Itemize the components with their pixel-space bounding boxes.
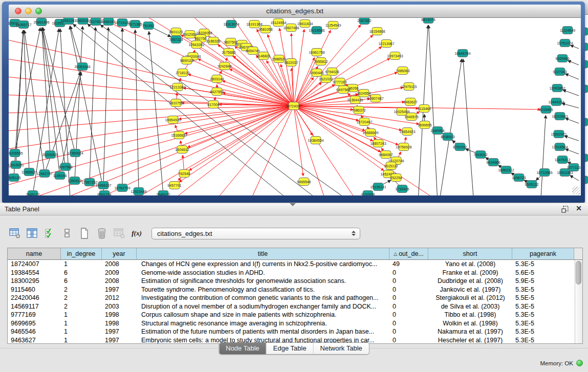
table-cell[interactable]: 5.3E-5	[512, 302, 574, 311]
table-cell[interactable]: Investigating the contribution of common…	[137, 294, 389, 302]
table-cell[interactable]: 0	[389, 302, 428, 311]
network-window-titlebar[interactable]: citations_edges.txt	[9, 5, 581, 18]
table-cell[interactable]: 0	[389, 319, 428, 328]
table-cell[interactable]: 18300295	[8, 277, 61, 286]
tab-node-table[interactable]: Node Table	[219, 343, 267, 354]
table-cell[interactable]: 1	[61, 311, 102, 319]
table-cell[interactable]: 2003	[102, 302, 137, 311]
table-cell[interactable]: 1	[61, 327, 102, 336]
table-cell[interactable]: 2012	[102, 294, 137, 302]
table-cell[interactable]: 9465546	[8, 327, 61, 336]
table-cell[interactable]: 14569117	[8, 302, 61, 311]
delete-columns-button[interactable]	[95, 226, 108, 240]
close-panel-icon[interactable]: ✕	[576, 204, 582, 212]
table-options-button[interactable]	[8, 226, 21, 240]
create-column-button[interactable]	[78, 226, 91, 240]
table-cell[interactable]: 2008	[102, 260, 137, 269]
table-cell[interactable]: Estimation of the future numbers of pati…	[137, 327, 389, 336]
table-cell[interactable]: 6	[61, 277, 102, 286]
table-cell[interactable]: 5.3E-5	[512, 336, 574, 344]
table-cell[interactable]: 2	[61, 286, 102, 294]
table-cell[interactable]: 2	[61, 294, 102, 302]
table-cell[interactable]: 1	[61, 336, 102, 344]
table-cell[interactable]: 9777169	[8, 311, 61, 319]
column-header-year[interactable]: year	[102, 248, 137, 259]
table-cell[interactable]: 5.3E-5	[512, 286, 574, 294]
table-cell[interactable]: 0	[389, 336, 428, 344]
table-cell[interactable]: 5.3E-5	[512, 327, 574, 336]
table-cell[interactable]: 5.3E-5	[512, 319, 574, 328]
tab-network-table[interactable]: Network Table	[314, 343, 369, 354]
column-header-out-de-[interactable]: △out_de...	[389, 248, 428, 259]
table-row[interactable]: 977716911998Corpus callosum shape and si…	[8, 311, 582, 319]
vertical-scrollbar[interactable]	[575, 260, 582, 343]
table-row[interactable]: 2242004622012Investigating the contribut…	[8, 294, 582, 302]
table-cell[interactable]: 18724007	[8, 260, 61, 269]
table-cell[interactable]: 5.9E-5	[512, 277, 574, 286]
table-cell[interactable]: 1997	[102, 327, 137, 336]
table-row[interactable]: 1938455462009Genome-wide association stu…	[8, 269, 582, 277]
table-cell[interactable]: Disruption of a novel member of a sodium…	[137, 302, 389, 311]
table-cell[interactable]: Tibbo et al. (1998)	[428, 311, 512, 319]
show-columns-button[interactable]	[26, 226, 39, 240]
table-cell[interactable]: 5.5E-5	[512, 294, 574, 302]
table-cell[interactable]: 2009	[102, 269, 137, 277]
table-cell[interactable]: 9463627	[8, 336, 61, 344]
table-cell[interactable]: 0	[389, 269, 428, 277]
table-cell[interactable]: 2008	[102, 277, 137, 286]
function-builder-button[interactable]: f(x)	[130, 226, 143, 240]
table-cell[interactable]: 5.3E-5	[512, 260, 574, 269]
table-cell[interactable]: Jankovic et al. (1997)	[428, 286, 512, 294]
table-cell[interactable]: 5.3E-5	[512, 311, 574, 319]
table-cell[interactable]: 6	[61, 269, 102, 277]
table-row[interactable]: 969969511998Structural magnetic resonanc…	[8, 319, 582, 328]
table-cell[interactable]: Wolkin et al. (1998)	[428, 319, 512, 328]
table-cell[interactable]: 19384554	[8, 269, 61, 277]
table-cell[interactable]: Franke et al. (2009)	[428, 269, 512, 277]
table-cell[interactable]: 0	[389, 294, 428, 302]
table-cell[interactable]: 0	[389, 286, 428, 294]
memory-status-dot[interactable]	[576, 360, 583, 366]
table-cell[interactable]: Genome-wide association studies in ADHD.	[137, 269, 389, 277]
network-window[interactable]: citations_edges.txt 16503121405571720891…	[2, 2, 585, 203]
table-cell[interactable]: 2	[61, 302, 102, 311]
table-cell[interactable]: de Silva et al. (2003)	[428, 302, 512, 311]
table-row[interactable]: 1456911722003Disruption of a novel membe…	[8, 302, 582, 311]
column-header-name[interactable]: name	[8, 248, 61, 259]
table-cell[interactable]: Yano et al. (2008)	[428, 260, 512, 269]
column-header-title[interactable]: title	[137, 248, 389, 259]
table-cell[interactable]: Tourette syndrome. Phenomenology and cla…	[137, 286, 389, 294]
table-cell[interactable]: Corpus callosum shape and size in male p…	[137, 311, 389, 319]
tab-edge-table[interactable]: Edge Table	[267, 343, 314, 354]
table-cell[interactable]: 5.6E-5	[512, 269, 574, 277]
resize-grip[interactable]	[572, 187, 580, 194]
table-cell[interactable]: Dudbridge et al. (2008)	[428, 277, 512, 286]
table-cell[interactable]: Estimation of significance thresholds fo…	[137, 277, 389, 286]
table-row[interactable]: 946554611997Estimation of the future num…	[8, 327, 582, 336]
table-cell[interactable]: 9699695	[8, 319, 61, 328]
table-cell[interactable]: 1998	[102, 319, 137, 328]
table-cell[interactable]: 1	[61, 260, 102, 269]
table-cell[interactable]: Hescheler et al. (1997)	[428, 336, 512, 344]
column-header-short[interactable]: short	[428, 248, 512, 259]
column-header-in-degree[interactable]: in_degree	[61, 248, 102, 259]
select-columns-button[interactable]	[43, 226, 56, 240]
table-cell[interactable]: 0	[389, 327, 428, 336]
table-row[interactable]: 911546021997Tourette syndrome. Phenomeno…	[8, 286, 582, 294]
network-canvas[interactable]: 1650312140557172089140616155275105532871…	[9, 18, 581, 195]
table-row[interactable]: 1872400712008Changes of HCN gene express…	[8, 260, 582, 269]
table-cell[interactable]: 0	[389, 311, 428, 319]
table-cell[interactable]: 1	[61, 319, 102, 328]
table-cell[interactable]: 9115460	[8, 286, 61, 294]
float-panel-icon[interactable]	[561, 206, 569, 213]
panel-splitter-handle[interactable]	[290, 203, 296, 206]
table-cell[interactable]: Structural magnetic resonance image aver…	[137, 319, 389, 328]
table-cell[interactable]: Nakamura et al. (1997)	[428, 327, 512, 336]
table-cell[interactable]: 22420046	[8, 294, 61, 302]
table-row[interactable]: 1830029562008Estimation of significance …	[8, 277, 582, 286]
delete-table-button[interactable]	[113, 226, 126, 240]
table-cell[interactable]: 49	[389, 260, 428, 269]
column-header-pagerank[interactable]: pagerank	[512, 248, 574, 259]
table-cell[interactable]: 1997	[102, 336, 137, 344]
table-cell[interactable]: 0	[389, 277, 428, 286]
